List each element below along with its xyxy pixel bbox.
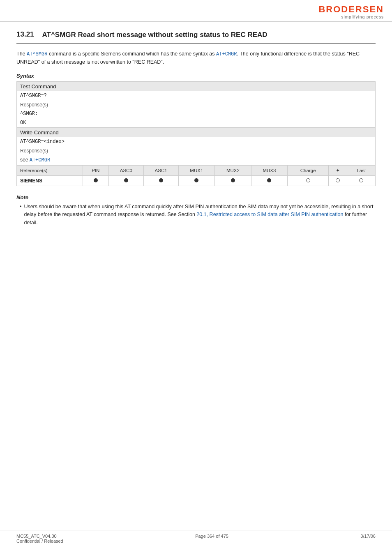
write-see-cell: see AT+CMGR [17, 155, 375, 165]
at-cmgr-code: AT+CMGR [216, 51, 237, 57]
ref-cell-special [329, 176, 347, 186]
footer-left: MC55_ATC_V04.00 Confidential / Released [16, 534, 63, 543]
write-see-row: see AT+CMGR [17, 155, 375, 165]
circle-pin [94, 178, 98, 182]
syntax-heading: Syntax [16, 73, 376, 79]
write-command-label: Write Command [17, 128, 375, 138]
section-number: 13.21 [16, 30, 34, 39]
circle-asc1 [159, 178, 163, 182]
ref-cell-charge [288, 176, 329, 186]
circle-special [336, 178, 340, 182]
reference-table: Reference(s) PIN ASC0 ASC1 MUX1 MUX2 MUX… [16, 165, 376, 186]
write-command-header-row: Write Command [17, 128, 375, 138]
at-cmgr-link[interactable]: AT+CMGR [216, 51, 237, 57]
desc-text-mid: command is a specific Siemens command wh… [47, 51, 216, 57]
ref-header-asc1: ASC1 [143, 166, 178, 176]
circle-mux2 [231, 178, 235, 182]
page-footer: MC55_ATC_V04.00 Confidential / Released … [0, 530, 392, 547]
test-command-code: AT^SMGR=? [17, 91, 375, 100]
ref-cell-mux1 [178, 176, 215, 186]
test-response-code: ^SMGR: [17, 109, 375, 118]
desc-text-before: The [16, 51, 27, 57]
circle-mux1 [194, 178, 198, 182]
logo-subtitle: simplifying process [341, 15, 384, 19]
test-command-header-row: Test Command [17, 82, 375, 91]
ref-header-mux3: MUX3 [251, 166, 288, 176]
ref-cell-mux3 [251, 176, 288, 186]
note-item: Users should be aware that when using th… [16, 203, 376, 227]
ref-cell-asc0 [108, 176, 143, 186]
write-response-label: Response(s) [17, 146, 375, 155]
logo-text: BRODERSEN [318, 4, 384, 15]
circle-asc0 [124, 178, 128, 182]
note-text: Users should be aware that when using th… [24, 203, 376, 227]
ref-row-siemens: SIEMENS [17, 176, 376, 186]
ref-header-asc0: ASC0 [108, 166, 143, 176]
at-smgr-code: AT^SMGR [27, 51, 47, 57]
ref-header-mux2: MUX2 [215, 166, 251, 176]
ref-header-mux1: MUX1 [178, 166, 215, 176]
section-heading: 13.21 AT^SMGR Read short message without… [16, 30, 376, 44]
test-response-code-row: ^SMGR: [17, 109, 375, 118]
ref-header-row: Reference(s) PIN ASC0 ASC1 MUX1 MUX2 MUX… [17, 166, 376, 176]
footer-center: Page 364 of 475 [195, 534, 228, 543]
ref-header-pin: PIN [83, 166, 108, 176]
circle-last [359, 178, 363, 182]
footer-date: 3/17/06 [360, 534, 376, 543]
syntax-table: Test Command AT^SMGR=? Response(s) ^SMGR… [16, 81, 376, 165]
test-response-label: Response(s) [17, 100, 375, 109]
write-response-label-row: Response(s) [17, 146, 375, 155]
circle-charge [306, 178, 310, 182]
inner-syntax-table: Test Command AT^SMGR=? Response(s) ^SMGR… [17, 82, 375, 165]
circle-mux3 [267, 178, 271, 182]
test-command-code-row: AT^SMGR=? [17, 91, 375, 100]
test-ok-row: OK [17, 118, 375, 128]
ref-cell-name: SIEMENS [17, 176, 83, 186]
write-command-code: AT^SMGR=<index> [17, 137, 375, 146]
see-at-cmgr-code: AT+CMGR [30, 157, 50, 163]
ref-header-charge: Charge [288, 166, 329, 176]
main-content: 13.21 AT^SMGR Read short message without… [0, 22, 392, 235]
note-link-text: 20.1, Restricted access to SIM data afte… [196, 212, 343, 217]
ref-header-name: Reference(s) [17, 166, 83, 176]
footer-doc-id: MC55_ATC_V04.00 [16, 534, 63, 539]
see-label: see [20, 157, 28, 163]
ref-cell-pin [83, 176, 108, 186]
description-paragraph: The AT^SMGR command is a specific Siemen… [16, 50, 376, 66]
see-at-cmgr-link[interactable]: AT+CMGR [30, 157, 50, 163]
ref-cell-mux2 [215, 176, 251, 186]
page-header: BRODERSEN simplifying process [0, 0, 392, 22]
at-smgr-link[interactable]: AT^SMGR [27, 51, 47, 57]
ref-header-special: ✦ [329, 166, 347, 176]
reference-section: Reference(s) PIN ASC0 ASC1 MUX1 MUX2 MUX… [16, 165, 376, 186]
note-link[interactable]: 20.1, Restricted access to SIM data afte… [196, 212, 343, 217]
logo: BRODERSEN simplifying process [318, 4, 384, 19]
ref-cell-last [347, 176, 376, 186]
test-response-label-row: Response(s) [17, 100, 375, 109]
footer-status: Confidential / Released [16, 539, 63, 543]
section-title: AT^SMGR Read short message without setti… [42, 30, 267, 39]
note-list: Users should be aware that when using th… [16, 203, 376, 227]
test-command-label: Test Command [17, 82, 375, 91]
test-ok-code: OK [17, 118, 375, 128]
ref-cell-asc1 [143, 176, 178, 186]
write-command-code-row: AT^SMGR=<index> [17, 137, 375, 146]
ref-header-last: Last [347, 166, 376, 176]
note-heading: Note [16, 194, 376, 200]
